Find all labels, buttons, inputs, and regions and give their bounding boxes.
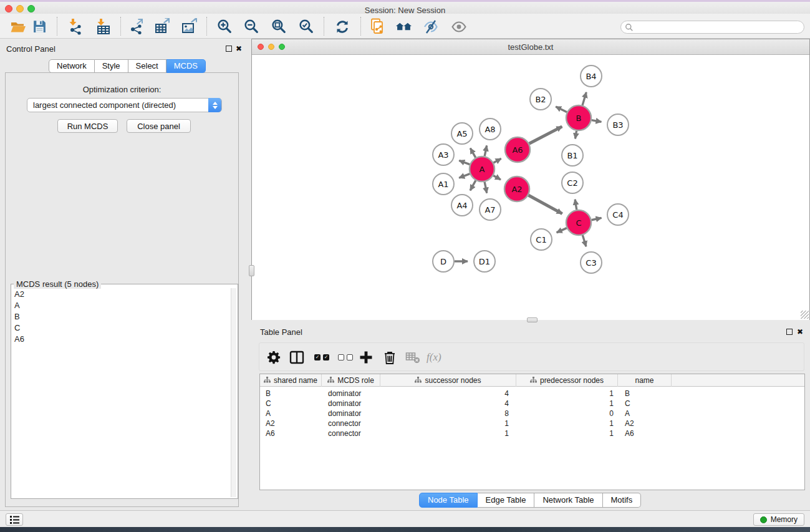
dropdown-stepper-icon[interactable] (208, 98, 221, 112)
graph-node-A2[interactable]: A2 (504, 177, 529, 201)
graph-edge-C-C1[interactable] (557, 228, 567, 233)
graph-node-D[interactable]: D (433, 251, 454, 272)
graph-edge-A-A4[interactable] (470, 180, 476, 190)
graph-node-A5[interactable]: A5 (451, 123, 473, 144)
node-table[interactable]: shared nameMCDS rolesuccessor nodesprede… (259, 374, 805, 490)
zoom-fit-icon[interactable] (271, 18, 287, 35)
column-header-name[interactable]: name (618, 374, 672, 387)
close-panel-button[interactable]: Close panel (127, 119, 191, 133)
graph-node-B[interactable]: B (566, 105, 591, 130)
settings-gear-icon[interactable] (267, 349, 281, 365)
graph-edge-A-A3[interactable] (459, 160, 470, 164)
graph-node-C2[interactable]: C2 (562, 172, 583, 193)
session-from-network-icon[interactable] (369, 18, 386, 35)
table-row[interactable]: Cdominator41C (260, 399, 804, 409)
delete-column-icon[interactable] (383, 349, 396, 365)
control-panel-close-icon[interactable]: ✖ (236, 45, 242, 52)
graph-node-B2[interactable]: B2 (530, 89, 551, 110)
table-row[interactable]: Bdominator41B (260, 389, 804, 399)
graph-node-B3[interactable]: B3 (607, 114, 629, 135)
add-column-icon[interactable] (359, 349, 373, 365)
graph-node-D1[interactable]: D1 (474, 251, 495, 272)
graph-node-C3[interactable]: C3 (581, 252, 602, 273)
graph-node-A4[interactable]: A4 (451, 195, 473, 216)
tab-mcds[interactable]: MCDS (166, 59, 206, 73)
graph-edge-A2-C[interactable] (528, 195, 562, 214)
result-item[interactable]: C (11, 322, 231, 333)
graph-node-A[interactable]: A (470, 157, 494, 181)
graph-node-A6[interactable]: A6 (505, 137, 530, 162)
table-row[interactable]: Adominator80A (260, 409, 804, 418)
export-image-icon[interactable] (181, 18, 198, 35)
zoom-selected-icon[interactable] (298, 18, 315, 35)
tab-motifs[interactable]: Motifs (603, 493, 642, 508)
graph-node-B1[interactable]: B1 (562, 145, 583, 166)
function-builder-icon[interactable]: f(x) (427, 349, 441, 365)
result-item[interactable]: B (11, 311, 231, 322)
graph-node-A3[interactable]: A3 (433, 144, 454, 165)
search-input[interactable] (620, 21, 804, 34)
graph-node-B4[interactable]: B4 (581, 65, 602, 87)
table-row[interactable]: A6connector11A6 (260, 428, 804, 438)
run-mcds-button[interactable]: Run MCDS (57, 119, 118, 133)
import-table-icon[interactable] (95, 18, 112, 35)
deselect-all-icon[interactable] (338, 349, 353, 365)
graph-edge-A-A8[interactable] (485, 145, 486, 156)
graph-node-C1[interactable]: C1 (531, 229, 552, 250)
graph-edge-A-A1[interactable] (459, 174, 470, 178)
table-panel-float-icon[interactable] (786, 329, 793, 335)
graph-edge-B-B4[interactable] (582, 92, 586, 105)
delete-table-icon[interactable] (405, 349, 420, 365)
column-header-successor-nodes[interactable]: successor nodes (380, 374, 516, 387)
memory-button[interactable]: Memory (753, 513, 804, 526)
hide-graphics-details-icon[interactable] (422, 18, 439, 35)
network-window-titlebar[interactable]: testGlobe.txt (252, 39, 809, 55)
result-item[interactable]: A2 (11, 288, 231, 299)
graph-node-A8[interactable]: A8 (480, 118, 501, 140)
graph-edge-A6-B[interactable] (529, 127, 562, 143)
export-network-icon[interactable] (128, 18, 145, 35)
import-network-icon[interactable] (67, 18, 84, 35)
graph-edge-A-A5[interactable] (470, 148, 476, 158)
zoom-in-icon[interactable] (216, 18, 233, 35)
network-graph[interactable]: B4B2BB3A8A5A6A3B1AC2A1A2A4A7C4CC1DD1C3 (252, 56, 809, 320)
show-graphics-details-icon[interactable] (450, 18, 467, 35)
result-scrollbar[interactable] (231, 288, 236, 497)
table-panel-close-icon[interactable]: ✖ (797, 328, 803, 336)
graph-node-A7[interactable]: A7 (480, 199, 501, 220)
tab-network-table[interactable]: Network Table (534, 493, 602, 508)
criterion-dropdown[interactable]: largest connected component (directed) (27, 98, 222, 112)
tab-node-table[interactable]: Node Table (419, 493, 478, 508)
tab-network[interactable]: Network (49, 59, 95, 73)
column-header-predecessor-nodes[interactable]: predecessor nodes (516, 374, 618, 387)
tab-style[interactable]: Style (95, 59, 128, 73)
control-panel-float-icon[interactable] (226, 46, 232, 52)
panel-divider-grip[interactable] (249, 265, 254, 276)
graph-edge-C-C4[interactable] (592, 218, 602, 220)
column-view-icon[interactable] (289, 349, 304, 365)
column-header-mcds-role[interactable]: MCDS role (322, 374, 380, 387)
panel-divider-grip[interactable] (527, 317, 538, 322)
window-titlebar[interactable]: Session: New Session (0, 2, 810, 14)
graph-edge-B-B1[interactable] (575, 131, 576, 139)
export-table-icon[interactable] (154, 18, 171, 35)
table-row[interactable]: A2connector11A2 (260, 418, 804, 428)
zoom-out-icon[interactable] (243, 18, 260, 35)
mcds-result-list[interactable]: A2ABCA6 (11, 288, 231, 497)
save-session-icon[interactable] (31, 18, 48, 35)
network-canvas[interactable]: B4B2BB3A8A5A6A3B1AC2A1A2A4A7C4CC1DD1C3 (252, 56, 809, 320)
window-resize-grip[interactable] (801, 311, 809, 319)
home-layouts-icon[interactable] (395, 18, 412, 35)
graph-edge-A-A2[interactable] (493, 175, 501, 180)
graph-edge-B-B2[interactable] (556, 107, 567, 112)
graph-edge-B-B3[interactable] (592, 120, 602, 122)
graph-node-C4[interactable]: C4 (607, 204, 629, 225)
graph-edge-A-A6[interactable] (493, 158, 501, 163)
graph-node-C[interactable]: C (566, 210, 591, 235)
result-item[interactable]: A6 (11, 333, 231, 344)
graph-edge-A-A7[interactable] (485, 182, 487, 193)
select-all-icon[interactable]: ✓✓ (314, 349, 329, 365)
column-header-shared-name[interactable]: shared name (260, 374, 322, 387)
graph-node-A1[interactable]: A1 (433, 173, 454, 195)
tab-select[interactable]: Select (128, 59, 166, 73)
